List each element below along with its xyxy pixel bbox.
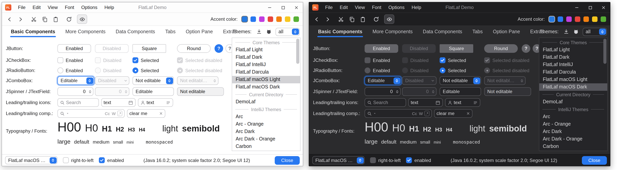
user-input[interactable] — [454, 100, 472, 105]
regex-toggle[interactable]: .* — [117, 111, 122, 116]
theme-item[interactable]: Arc Dark — [539, 128, 607, 135]
show-hidden-toggle[interactable] — [384, 15, 394, 24]
forward-button[interactable] — [15, 15, 26, 24]
tab-more-components[interactable]: More Components — [60, 26, 110, 38]
cut-button[interactable] — [28, 15, 39, 24]
spinner-input[interactable] — [58, 89, 87, 94]
theme-item[interactable]: Arc Dark - Orange — [232, 135, 300, 143]
theme-item[interactable]: FlatLaf Light — [539, 46, 607, 54]
copy-button[interactable] — [346, 15, 357, 24]
scrollbar-thumb[interactable] — [603, 39, 606, 64]
menu-file[interactable]: File — [14, 2, 29, 13]
theme-item[interactable]: FlatLaf Darcula — [539, 68, 607, 76]
combobox-arrow-button[interactable] — [50, 157, 56, 163]
scrollbar-thumb[interactable] — [296, 39, 299, 64]
refresh-button[interactable] — [64, 15, 74, 24]
accent-swatch-red[interactable] — [268, 17, 273, 22]
menu-view[interactable]: View — [351, 2, 368, 13]
right-to-left-checkbox[interactable]: right-to-left — [370, 157, 401, 163]
close-window-button[interactable] — [290, 2, 303, 13]
search-field[interactable] — [364, 98, 406, 107]
minimize-button[interactable] — [570, 2, 584, 13]
tab-more-components[interactable]: More Components — [367, 26, 418, 38]
search-with-options-field[interactable]: Cc W .* — [58, 109, 125, 118]
accent-swatch-yellow[interactable] — [592, 17, 598, 22]
copy-button[interactable] — [40, 15, 50, 24]
theme-item[interactable]: FlatLaf macOS Dark — [539, 83, 607, 91]
menu-edit[interactable]: Edit — [336, 2, 351, 13]
accent-swatch-green[interactable] — [600, 17, 606, 22]
search-field[interactable] — [58, 98, 99, 107]
menu-options[interactable]: Options — [385, 2, 408, 13]
spinner[interactable] — [364, 87, 400, 96]
help-button-primary[interactable]: ? — [214, 44, 223, 53]
menu-icon[interactable] — [473, 100, 478, 105]
radio-enabled[interactable]: Enabled — [364, 68, 390, 73]
date-field[interactable] — [408, 98, 443, 107]
themes-scrollbar[interactable] — [603, 39, 606, 150]
menu-options[interactable]: Options — [78, 2, 101, 13]
user-input[interactable] — [146, 100, 164, 105]
github-button[interactable] — [572, 28, 580, 36]
user-field[interactable] — [138, 98, 173, 107]
clear-me-field[interactable] — [434, 109, 472, 118]
spinner[interactable] — [58, 87, 94, 96]
checkbox-selected[interactable]: Selected — [440, 57, 466, 63]
round-button[interactable]: Round — [177, 44, 211, 53]
square-button[interactable]: Square — [440, 44, 473, 53]
calendar-icon[interactable] — [128, 100, 133, 105]
clear-me-input[interactable] — [436, 111, 465, 116]
accent-swatch-blue-default[interactable] — [549, 17, 554, 22]
cut-button[interactable] — [336, 15, 346, 24]
combobox-arrow-button[interactable] — [166, 77, 173, 84]
theme-item[interactable]: Arc Dark - Orange — [539, 135, 607, 143]
whole-word-toggle[interactable]: W — [111, 111, 116, 116]
accent-swatch-orange[interactable] — [584, 17, 589, 22]
checkbox-selected[interactable]: Selected — [132, 57, 159, 63]
help-button-primary[interactable]: ? — [522, 44, 530, 53]
not-editable-combobox[interactable]: Not editable — [440, 76, 481, 85]
look-and-feel-combobox[interactable]: FlatLaf macOS D... — [312, 156, 364, 164]
editable-textfield[interactable] — [440, 87, 481, 96]
theme-item[interactable]: Arc — [539, 113, 607, 120]
tab-tabs[interactable]: Tabs — [160, 26, 181, 38]
search-options-input[interactable] — [378, 111, 410, 116]
enabled-button[interactable]: Enabled — [364, 44, 398, 53]
forward-button[interactable] — [322, 15, 332, 24]
theme-item[interactable]: FlatLaf Darcula — [232, 68, 300, 76]
theme-filter-combobox[interactable]: all — [275, 28, 300, 36]
download-theme-button[interactable] — [562, 28, 570, 36]
theme-filter-combobox[interactable]: all — [582, 28, 607, 36]
accent-swatch-blue-default[interactable] — [242, 17, 247, 22]
tab-basic-components[interactable]: Basic Components — [313, 26, 367, 38]
theme-item[interactable]: FlatLaf Dark — [232, 54, 300, 61]
accent-swatch-magenta[interactable] — [259, 17, 264, 22]
tab-tabs[interactable]: Tabs — [467, 26, 488, 38]
combobox-arrow-button[interactable] — [599, 29, 606, 35]
menu-font[interactable]: Font — [368, 2, 385, 13]
theme-item[interactable]: FlatLaf macOS Light — [539, 76, 607, 83]
editable-textfield[interactable] — [132, 87, 174, 96]
date-input[interactable] — [104, 100, 127, 105]
back-button[interactable] — [4, 15, 14, 24]
theme-item[interactable]: Cobalt 2 — [539, 150, 607, 151]
search-with-options-field[interactable]: Cc W .* — [364, 109, 432, 118]
back-button[interactable] — [312, 15, 322, 24]
theme-item[interactable]: FlatLaf Light — [232, 46, 300, 54]
combobox-arrow-button[interactable] — [292, 29, 299, 35]
date-field[interactable] — [101, 98, 136, 107]
editable-combobox-input[interactable] — [58, 78, 86, 83]
match-case-toggle[interactable]: Cc — [412, 111, 417, 116]
calendar-icon[interactable] — [435, 100, 440, 105]
maximize-button[interactable] — [276, 2, 290, 13]
search-input[interactable] — [373, 100, 404, 105]
accent-swatch-yellow[interactable] — [285, 17, 290, 22]
radio-enabled[interactable]: Enabled — [58, 68, 83, 73]
tab-data-components[interactable]: Data Components — [110, 26, 160, 38]
maximize-button[interactable] — [584, 2, 597, 13]
clear-icon[interactable] — [466, 111, 470, 115]
menu-font[interactable]: Font — [61, 2, 78, 13]
right-to-left-checkbox[interactable]: right-to-left — [63, 157, 94, 163]
not-editable-combobox[interactable]: Not editable — [132, 76, 174, 85]
theme-item[interactable]: Arc - Orange — [232, 120, 300, 128]
